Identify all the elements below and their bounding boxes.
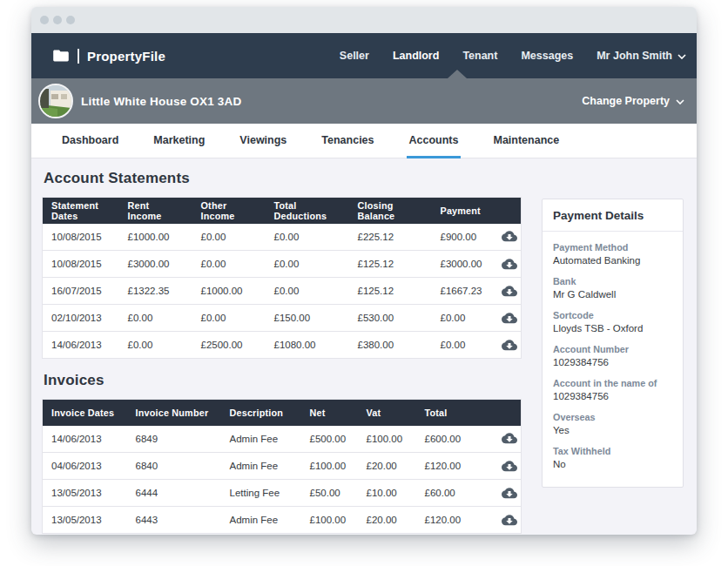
content-area: Account Statements Statement Dates Rent … <box>31 158 697 534</box>
invoice-number-cell: 6849 <box>127 426 221 453</box>
vat-cell: £10.00 <box>358 480 416 507</box>
download-statement-button[interactable] <box>502 231 517 242</box>
field-label: Payment Method <box>553 242 672 253</box>
download-invoice-button[interactable] <box>502 515 517 526</box>
invoice-number-cell: 6840 <box>127 453 221 480</box>
cloud-download-icon <box>502 513 517 526</box>
tab-tenancies[interactable]: Tenancies <box>319 124 376 158</box>
payment-detail-field: Bank Mr G Caldwell <box>553 276 672 300</box>
payment-cell: £3000.00 <box>432 251 493 278</box>
tab-viewings[interactable]: Viewings <box>237 124 289 158</box>
invoice-date-link[interactable]: 13/05/2013 <box>43 480 127 507</box>
col-payment: Payment <box>432 198 493 224</box>
window-minimize-button[interactable] <box>53 16 62 24</box>
payment-detail-field: Account in the name of 1029384756 <box>553 378 672 401</box>
download-invoice-button[interactable] <box>502 433 517 444</box>
col-total-deductions: Total Deductions <box>266 198 349 224</box>
invoice-date-link[interactable]: 04/06/2013 <box>43 453 127 480</box>
closing-balance-cell: £530.00 <box>349 305 432 332</box>
col-statement-dates: Statement Dates <box>43 198 119 224</box>
col-invoice-number: Invoice Number <box>127 400 221 426</box>
table-row: 13/05/2013 6443 Admin Fee £100.00 £20.00… <box>43 507 522 534</box>
invoice-date-link[interactable]: 13/05/2013 <box>43 507 127 534</box>
payment-cell: £1667.23 <box>432 278 493 305</box>
payment-cell: £0.00 <box>432 332 493 359</box>
payment-detail-field: Overseas Yes <box>553 412 672 435</box>
property-title: Little White House OX1 3AD <box>81 95 241 108</box>
statement-date-link[interactable]: 10/08/2015 <box>43 224 119 251</box>
other-income-cell: £1000.00 <box>192 278 266 305</box>
tab-accounts[interactable]: Accounts <box>407 124 462 158</box>
cloud-download-icon <box>502 284 517 297</box>
cloud-download-icon <box>502 431 517 444</box>
nav-landlord[interactable]: Landlord <box>393 50 439 62</box>
invoice-date-link[interactable]: 14/06/2013 <box>43 426 127 453</box>
statements-header-row: Statement Dates Rent Income Other Income… <box>43 198 522 224</box>
main-column: Account Statements Statement Dates Rent … <box>42 158 521 534</box>
statement-date-link[interactable]: 10/08/2015 <box>43 251 119 278</box>
payment-detail-field: Account Number 1029384756 <box>553 344 672 367</box>
rent-income-cell: £3000.00 <box>119 251 192 278</box>
download-statement-button[interactable] <box>502 313 517 324</box>
col-total: Total <box>416 400 493 426</box>
brand-name: PropertyFile <box>87 49 165 64</box>
rent-income-cell: £0.00 <box>119 305 192 332</box>
change-property-button[interactable]: Change Property <box>582 95 684 107</box>
other-income-cell: £2500.00 <box>192 332 266 359</box>
statement-date-link[interactable]: 02/10/2013 <box>43 305 119 332</box>
payment-details-title: Payment Details <box>543 199 683 232</box>
tab-maintenance[interactable]: Maintenance <box>490 124 562 158</box>
payment-cell: £900.00 <box>432 224 493 251</box>
field-value: Mr G Caldwell <box>553 289 672 300</box>
download-statement-button[interactable] <box>502 259 517 270</box>
total-cell: £600.00 <box>416 426 493 453</box>
col-net: Net <box>301 400 358 426</box>
closing-balance-cell: £225.12 <box>349 224 432 251</box>
statement-date-link[interactable]: 14/06/2013 <box>43 332 119 359</box>
app-window: PropertyFile Seller Landlord Tenant Mess… <box>31 7 697 535</box>
field-value: No <box>553 459 672 469</box>
other-income-cell: £0.00 <box>192 251 266 278</box>
field-value: Lloyds TSB - Oxford <box>553 323 672 334</box>
chevron-down-icon <box>676 95 684 107</box>
window-titlebar <box>31 7 697 33</box>
download-statement-button[interactable] <box>502 286 517 297</box>
invoices-table: Invoice Dates Invoice Number Description… <box>42 399 522 534</box>
statements-heading: Account Statements <box>44 170 521 187</box>
primary-nav: Seller Landlord Tenant Messages Mr John … <box>340 50 686 62</box>
description-cell: Admin Fee <box>221 453 301 480</box>
net-cell: £100.00 <box>301 453 358 480</box>
tab-dashboard[interactable]: Dashboard <box>59 124 121 158</box>
invoice-number-cell: 6444 <box>127 480 221 507</box>
table-row: 13/05/2013 6444 Letting Fee £50.00 £10.0… <box>43 480 522 507</box>
vat-cell: £20.00 <box>358 507 416 534</box>
field-value: Yes <box>553 425 672 435</box>
rent-income-cell: £0.00 <box>119 332 192 359</box>
col-closing-balance: Closing Balance <box>349 198 432 224</box>
total-deductions-cell: £0.00 <box>266 224 349 251</box>
chevron-down-icon <box>677 50 686 62</box>
closing-balance-cell: £380.00 <box>349 332 432 359</box>
cloud-download-icon <box>502 311 517 324</box>
field-label: Account Number <box>553 344 672 354</box>
tab-marketing[interactable]: Marketing <box>151 124 207 158</box>
col-download <box>493 198 522 224</box>
table-row: 10/08/2015 £3000.00 £0.00 £0.00 £125.12 … <box>43 251 522 278</box>
vat-cell: £20.00 <box>358 453 416 480</box>
download-invoice-button[interactable] <box>502 461 517 472</box>
window-maximize-button[interactable] <box>66 16 75 24</box>
nav-seller[interactable]: Seller <box>340 50 369 62</box>
window-close-button[interactable] <box>40 16 49 24</box>
nav-tenant[interactable]: Tenant <box>462 50 497 62</box>
cloud-download-icon <box>502 459 517 472</box>
closing-balance-cell: £125.12 <box>349 251 432 278</box>
payment-detail-field: Payment Method Automated Banking <box>553 242 672 266</box>
nav-messages[interactable]: Messages <box>521 50 573 62</box>
brand-logo[interactable]: PropertyFile <box>52 49 165 64</box>
statement-date-link[interactable]: 16/07/2015 <box>43 278 119 305</box>
user-menu[interactable]: Mr John Smith <box>597 50 686 62</box>
net-cell: £100.00 <box>301 507 358 534</box>
cloud-download-icon <box>502 229 517 242</box>
download-statement-button[interactable] <box>502 340 517 351</box>
download-invoice-button[interactable] <box>502 488 517 499</box>
